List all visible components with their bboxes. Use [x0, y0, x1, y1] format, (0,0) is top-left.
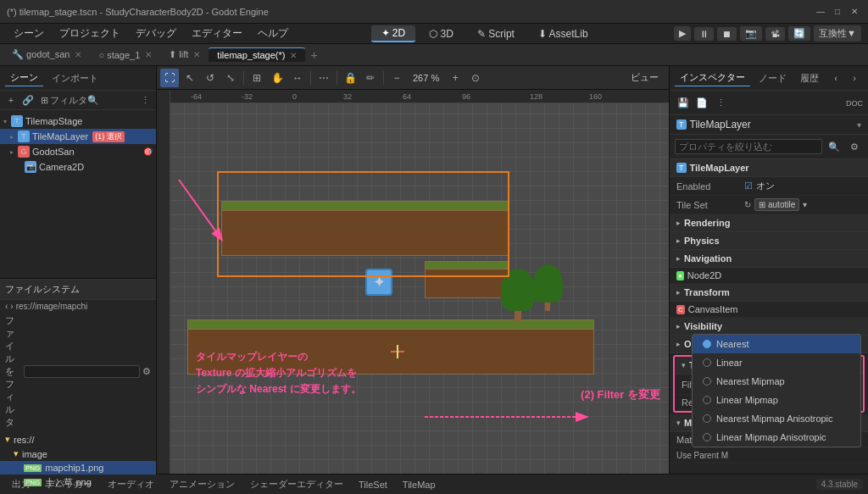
inspector-fwd[interactable]: ›	[846, 69, 863, 86]
pencil-tool[interactable]: ✏	[361, 69, 380, 87]
node-tab[interactable]: ノード	[754, 70, 792, 86]
tab-script[interactable]: ✎ Script	[467, 26, 525, 42]
tab-godot-san[interactable]: 🔧 godot_san ✕	[3, 47, 90, 62]
section-navigation[interactable]: ▸ Navigation	[670, 250, 868, 268]
tab-assetlib[interactable]: ⬇ AssetLib	[528, 26, 598, 42]
section-tilemaplayer[interactable]: T TileMapLayer	[670, 159, 868, 177]
pan-tool[interactable]: ✋	[268, 69, 287, 87]
nav-back[interactable]: ‹	[5, 302, 8, 311]
rotate-tool[interactable]: ↺	[201, 69, 220, 87]
fs-item-image[interactable]: ▾ image	[0, 447, 156, 461]
tileset-button[interactable]: ⊞ autotile	[754, 198, 799, 211]
more-tools[interactable]: ⋯	[314, 69, 333, 87]
filter-button[interactable]: ⊞ ⊞ フィルタ🔍	[37, 93, 103, 108]
fs-item-res[interactable]: ▾ res://	[0, 432, 156, 447]
import-tab[interactable]: インポート	[47, 70, 103, 86]
search-icon[interactable]: 🔍	[826, 138, 843, 155]
view-button[interactable]: ビュー	[624, 69, 665, 86]
lock-tool[interactable]: 🔒	[341, 69, 359, 87]
tileset-expand[interactable]: ▾	[803, 200, 807, 209]
grid-snap[interactable]: ⊞	[248, 69, 266, 87]
inspector-tab[interactable]: インスペクター	[675, 69, 750, 86]
tree-item-godotsan[interactable]: ▸ G GodotSan 🎯	[0, 144, 156, 159]
tree-item-tilemapstage[interactable]: ▾ T TilemapStage	[0, 114, 156, 129]
tilemap-tab[interactable]: TileMap	[396, 478, 442, 491]
doc-btn[interactable]: DOC	[846, 97, 863, 108]
close-tab-tilemap[interactable]: ✕	[290, 51, 297, 60]
zoom-reset[interactable]: ⊙	[466, 69, 485, 87]
menu-scene[interactable]: シーン	[7, 25, 51, 42]
history-tab[interactable]: 履歴	[795, 70, 824, 86]
animation-tab[interactable]: アニメーション	[163, 476, 242, 492]
tab-stage1[interactable]: ○ stage_1 ✕	[90, 48, 160, 62]
tileset-tab[interactable]: TileSet	[352, 478, 394, 491]
tab-3d[interactable]: ⬡ 3D	[419, 26, 464, 42]
tab-2d[interactable]: ✦ 2D	[371, 25, 416, 42]
tab-lift[interactable]: ⬆ lift ✕	[160, 47, 209, 62]
view-label[interactable]: ビュー	[624, 69, 665, 86]
audio-tab[interactable]: オーディオ	[101, 476, 161, 492]
close-button[interactable]: ✕	[848, 5, 861, 19]
zoom-tool[interactable]: ↔	[288, 69, 307, 87]
nav-fwd[interactable]: ›	[10, 302, 13, 311]
play-button[interactable]: ▶	[674, 26, 691, 41]
link-button[interactable]: 🔗	[20, 92, 36, 108]
section-visibility[interactable]: ▸ Visibility	[670, 318, 868, 336]
close-tab-godot-san[interactable]: ✕	[75, 50, 81, 59]
menu-help[interactable]: ヘルプ	[251, 25, 295, 42]
zoom-out[interactable]: −	[387, 69, 406, 87]
minimize-button[interactable]: —	[814, 5, 827, 19]
inspector-back[interactable]: ‹	[827, 69, 844, 86]
zoom-in[interactable]: +	[446, 69, 465, 87]
section-rendering[interactable]: ▸ Rendering	[670, 214, 868, 232]
window-controls[interactable]: — □ ✕	[814, 5, 861, 19]
dropdown-nearest[interactable]: Nearest	[693, 335, 860, 353]
section-physics[interactable]: ▸ Physics	[670, 232, 868, 250]
canvasitem-icon: C	[676, 305, 685, 314]
menu-debug[interactable]: デバッグ	[129, 25, 183, 42]
tree-item-tilemaplayer[interactable]: ▸ T TileMapLayer (1) 選択	[0, 129, 156, 144]
expand-arrow[interactable]: ▾	[857, 120, 861, 130]
fs-item-mapchip[interactable]: PNG mapchip1.png	[0, 461, 156, 475]
dropdown-linear-mipmap[interactable]: Linear Mipmap	[693, 391, 860, 409]
menu-project[interactable]: プロジェクト	[53, 25, 127, 42]
screenshot-button[interactable]: 📷	[740, 26, 762, 41]
move-tool[interactable]: ↖	[181, 69, 199, 87]
dropdown-linear[interactable]: Linear	[693, 353, 860, 372]
save-scene-btn[interactable]: 💾	[675, 94, 692, 111]
tab-tilemap-stage[interactable]: tilemap_stage(*) ✕	[209, 47, 305, 62]
shader-editor-tab[interactable]: シェーダーエディター	[243, 476, 350, 492]
dropdown-nearest-mipmap-aniso[interactable]: Nearest Mipmap Anisotropic	[693, 409, 860, 428]
debugger-tab[interactable]: デバッガー	[39, 476, 99, 492]
tree-item-camera2d[interactable]: 📷 Camera2D	[0, 159, 156, 175]
scene-menu-button[interactable]: ⋮	[137, 92, 153, 108]
dropdown-linear-mipmap-aniso[interactable]: Linear Mipmap Anisotropic	[693, 428, 860, 447]
add-tab-button[interactable]: +	[305, 47, 322, 64]
close-tab-lift[interactable]: ✕	[193, 50, 200, 59]
inspector-menu[interactable]: ⋮	[712, 94, 729, 111]
dropdown-nearest-mipmap[interactable]: Nearest Mipmap	[693, 372, 860, 391]
viewport-canvas[interactable]: -64 -32 0 32 64 96 128 160	[157, 90, 669, 474]
section-transform[interactable]: ▸ Transform	[670, 284, 868, 302]
filesystem-filter-input[interactable]	[24, 365, 140, 378]
refresh-button[interactable]: 🔄	[788, 26, 810, 41]
maximize-button[interactable]: □	[831, 5, 844, 19]
select-tool[interactable]: ⛶	[160, 69, 179, 87]
filter-settings[interactable]: ⚙	[846, 138, 863, 155]
filesystem-settings[interactable]: ⚙	[142, 364, 151, 380]
new-scene-btn[interactable]: 📄	[693, 94, 710, 111]
stop-button[interactable]: ⏹	[717, 27, 737, 41]
record-button[interactable]: 📽	[765, 27, 785, 41]
scene-tab[interactable]: シーン	[5, 69, 43, 86]
nearest-mipmap-aniso-label: Nearest Mipmap Anisotropic	[716, 414, 833, 424]
output-tab[interactable]: 出力	[5, 476, 37, 492]
add-node-button[interactable]: +	[3, 92, 19, 108]
filter-dropdown[interactable]: Nearest Linear Nearest Mipmap Linear Mip…	[692, 334, 861, 447]
menu-editor[interactable]: エディター	[185, 25, 249, 42]
pause-button[interactable]: ⏸	[694, 27, 714, 41]
inspector-search[interactable]	[675, 139, 822, 154]
compat-button[interactable]: 互換性▼	[814, 25, 861, 42]
enabled-value[interactable]: ☑ オン	[744, 180, 861, 192]
scale-tool[interactable]: ⤡	[221, 69, 240, 87]
close-tab-stage1[interactable]: ✕	[145, 50, 152, 59]
